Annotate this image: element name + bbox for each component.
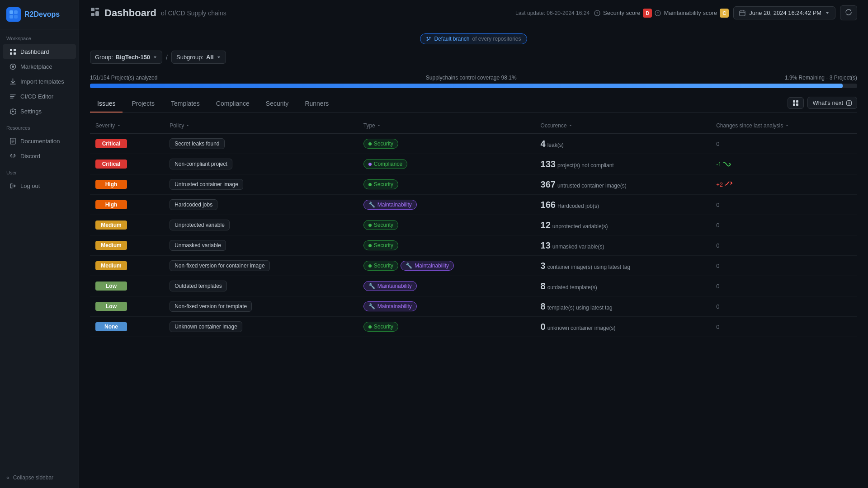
policy-badge: Non-fixed version for template bbox=[170, 301, 252, 312]
wrench-icon: 🔧 bbox=[368, 202, 375, 208]
cell-policy: Non-fixed version for container image bbox=[164, 256, 358, 276]
wrench-icon: 🔧 bbox=[368, 283, 375, 289]
svg-point-11 bbox=[11, 155, 12, 156]
table-row[interactable]: CriticalNon-compliant project Compliance… bbox=[90, 154, 857, 174]
sidebar-bottom: « Collapse sidebar bbox=[0, 467, 79, 488]
dashboard-icon bbox=[9, 48, 16, 55]
col-severity[interactable]: Severity bbox=[90, 118, 164, 134]
sidebar-item-discord[interactable]: Discord bbox=[3, 149, 76, 163]
svg-rect-27 bbox=[793, 103, 795, 106]
group-filter-label: Group: bbox=[95, 54, 113, 61]
severity-badge: Medium bbox=[95, 261, 127, 270]
sidebar-item-label-settings: Settings bbox=[20, 108, 42, 115]
maintainability-score-item: ? Maintainability score C bbox=[655, 9, 729, 18]
tab-compliance[interactable]: Compliance bbox=[209, 95, 257, 113]
svg-point-12 bbox=[13, 155, 14, 156]
subgroup-filter[interactable]: Subgroup: All bbox=[171, 51, 226, 64]
cell-occurrence: 13unmasked variable(s) bbox=[535, 235, 711, 256]
tab-projects[interactable]: Projects bbox=[124, 95, 162, 113]
cell-changes: 0 bbox=[711, 235, 857, 256]
type-dot bbox=[368, 264, 372, 267]
progress-labels: 151/154 Project(s) analyzed Supplychains… bbox=[90, 75, 857, 81]
tab-issues[interactable]: Issues bbox=[90, 95, 123, 113]
table-row[interactable]: LowNon-fixed version for template 🔧 Main… bbox=[90, 296, 857, 317]
group-filter[interactable]: Group: BigTech-150 bbox=[90, 51, 162, 64]
cell-severity: Low bbox=[90, 296, 164, 317]
change-value: 0 bbox=[716, 263, 719, 269]
sidebar-item-documentation[interactable]: Documentation bbox=[3, 134, 76, 148]
sidebar-item-cicd-editor[interactable]: CI/CD Editor bbox=[3, 89, 76, 103]
progress-bar-fill bbox=[90, 84, 843, 88]
change-value: 0 bbox=[716, 242, 719, 249]
table-row[interactable]: HighUntrusted container image Security 3… bbox=[90, 174, 857, 195]
cell-severity: Critical bbox=[90, 134, 164, 154]
occurrence-label: project(s) not compliant bbox=[557, 162, 614, 169]
table-row[interactable]: NoneUnknown container image Security 0un… bbox=[90, 317, 857, 337]
occurrence-label: container image(s) using latest tag bbox=[547, 264, 630, 270]
severity-badge: High bbox=[95, 180, 127, 189]
svg-rect-21 bbox=[740, 11, 745, 16]
col-type[interactable]: Type bbox=[358, 118, 535, 134]
sidebar-item-marketplace[interactable]: Marketplace bbox=[3, 59, 76, 74]
cell-changes: 0 bbox=[711, 317, 857, 337]
cell-occurrence: 8outdated template(s) bbox=[535, 276, 711, 296]
sidebar-item-logout[interactable]: Log out bbox=[3, 178, 76, 193]
app-logo-icon bbox=[6, 7, 21, 22]
cell-occurrence: 133project(s) not compliant bbox=[535, 154, 711, 174]
tabs-list: Issues Projects Templates Compliance Sec… bbox=[90, 95, 336, 112]
severity-badge: High bbox=[95, 200, 127, 209]
occurrence-label: template(s) using latest tag bbox=[547, 305, 613, 311]
collapse-sidebar-label: Collapse sidebar bbox=[13, 474, 53, 481]
svg-rect-25 bbox=[793, 100, 795, 103]
occurrence-count: 8 bbox=[541, 281, 546, 291]
type-dot bbox=[368, 183, 372, 186]
tab-templates[interactable]: Templates bbox=[164, 95, 207, 113]
sidebar-item-settings[interactable]: Settings bbox=[3, 104, 76, 118]
tab-runners[interactable]: Runners bbox=[297, 95, 336, 113]
cell-policy: Non-compliant project bbox=[164, 154, 358, 174]
analyzed-text: 151/154 Project(s) analyzed bbox=[90, 75, 157, 81]
marketplace-icon bbox=[9, 63, 16, 70]
table-row[interactable]: CriticalSecret leaks found Security 4lea… bbox=[90, 134, 857, 154]
cell-type: 🔧 Maintainability bbox=[358, 276, 535, 296]
svg-point-23 bbox=[429, 37, 431, 38]
table-row[interactable]: HighHardcoded jobs 🔧 Maintainability 166… bbox=[90, 195, 857, 215]
table-row[interactable]: MediumUnmasked variable Security 13unmas… bbox=[90, 235, 857, 256]
col-changes[interactable]: Changes since last analysis bbox=[711, 118, 857, 134]
table-row[interactable]: LowOutdated templates 🔧 Maintainability … bbox=[90, 276, 857, 296]
policy-badge: Untrusted container image bbox=[170, 179, 243, 190]
cell-changes: 0 bbox=[711, 256, 857, 276]
policy-badge: Unmasked variable bbox=[170, 240, 226, 251]
collapse-sidebar-button[interactable]: « Collapse sidebar bbox=[0, 471, 79, 484]
cell-occurrence: 367untrusted container image(s) bbox=[535, 174, 711, 195]
change-value: 0 bbox=[716, 324, 719, 330]
severity-badge: Low bbox=[95, 282, 127, 291]
coverage-text: Supplychains control coverage 98.1% bbox=[157, 75, 785, 81]
occurrence-count: 0 bbox=[541, 322, 546, 332]
sidebar-item-import-templates[interactable]: Import templates bbox=[3, 74, 76, 89]
resources-section: Resources Documentation Discord bbox=[0, 119, 79, 164]
subgroup-filter-label: Subgroup: bbox=[176, 54, 203, 61]
col-occurrence[interactable]: Occurence bbox=[535, 118, 711, 134]
change-value: 0 bbox=[716, 202, 719, 208]
table-row[interactable]: MediumNon-fixed version for container im… bbox=[90, 256, 857, 276]
svg-rect-28 bbox=[796, 103, 798, 106]
discord-icon bbox=[9, 152, 16, 160]
table-row[interactable]: MediumUnprotected variable Security 12un… bbox=[90, 215, 857, 235]
tab-security[interactable]: Security bbox=[259, 95, 296, 113]
svg-rect-5 bbox=[14, 49, 16, 51]
col-policy[interactable]: Policy bbox=[164, 118, 358, 134]
branch-suffix: of every repositories bbox=[472, 36, 521, 42]
policy-badge: Non-compliant project bbox=[170, 159, 232, 169]
cell-occurrence: 4leak(s) bbox=[535, 134, 711, 154]
view-toggle-button[interactable] bbox=[788, 97, 804, 109]
refresh-button[interactable] bbox=[840, 5, 857, 20]
sidebar-item-dashboard[interactable]: Dashboard bbox=[3, 44, 76, 59]
whats-next-button[interactable]: What's next bbox=[807, 97, 857, 109]
documentation-icon bbox=[9, 137, 16, 145]
settings-icon bbox=[9, 108, 16, 115]
occurrence-count: 166 bbox=[541, 200, 556, 210]
maintainability-score-label: Maintainability score bbox=[664, 9, 717, 16]
branch-tag: Default branch of every repositories bbox=[420, 33, 527, 44]
date-picker-button[interactable]: June 20, 2024 16:24:42 PM bbox=[733, 6, 835, 19]
